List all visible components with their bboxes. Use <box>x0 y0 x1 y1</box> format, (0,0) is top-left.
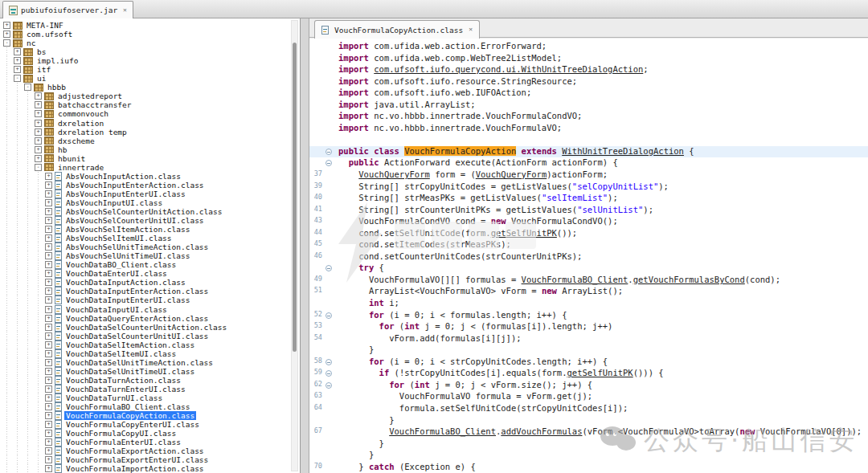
tree-item[interactable]: +VouchFormulaCopyUI.class <box>0 429 300 438</box>
expand-icon[interactable]: + <box>45 181 52 189</box>
tree-item[interactable]: +VouchDataBO_Client.class <box>0 260 300 269</box>
expand-icon[interactable]: + <box>45 270 52 277</box>
tree-item[interactable]: +adjustedreport <box>0 92 300 100</box>
collapse-icon[interactable]: - <box>35 164 42 171</box>
tree-item[interactable]: +VouchFormulaCopyEnterUI.class <box>0 420 300 429</box>
code-line[interactable]: public class VouchFormulaCopyAction exte… <box>309 146 868 158</box>
collapse-fold-icon[interactable] <box>326 359 332 365</box>
tree-item[interactable]: +AbsVouchSelItemUI.class <box>0 234 300 243</box>
code-line[interactable]: 64 formula.setSelfUnitCode(strCopyUnitCo… <box>309 403 868 415</box>
expand-icon[interactable]: + <box>45 359 52 366</box>
tree-item[interactable]: +hbunit <box>0 154 300 163</box>
tree-item[interactable]: +VouchFormulaExportAction.class <box>0 446 300 455</box>
collapse-icon[interactable]: - <box>14 75 21 82</box>
code-line[interactable]: import com.ufsoft.iufo.web.IUFOAction; <box>309 88 868 100</box>
tree-item[interactable]: +META-INF <box>0 21 300 30</box>
collapse-fold-icon[interactable] <box>326 149 332 155</box>
code-line[interactable]: } <box>309 345 868 357</box>
code-line[interactable]: import com.ufsoft.iufo.querycond.ui.With… <box>309 64 868 76</box>
expand-icon[interactable]: + <box>45 438 52 446</box>
tree-item[interactable]: +AbsVouchSelItemAction.class <box>0 225 300 234</box>
expand-icon[interactable]: + <box>45 403 52 410</box>
tree-item[interactable]: +dxscheme <box>0 137 300 145</box>
tree-item[interactable]: +VouchDataSelCounterUnitAction.class <box>0 323 300 332</box>
expand-icon[interactable]: + <box>35 137 42 145</box>
jar-tab[interactable]: pubiufoiufoserver.jar ✕ <box>2 1 133 18</box>
code-line[interactable]: } <box>309 438 868 451</box>
collapse-fold-icon[interactable] <box>326 265 332 271</box>
expand-icon[interactable]: + <box>45 412 52 419</box>
expand-icon[interactable]: + <box>45 208 52 215</box>
expand-icon[interactable]: + <box>45 324 52 331</box>
tree-item[interactable]: +VouchDataSelItemUI.class <box>0 349 300 358</box>
code-line[interactable]: 62 for (int j = 0; j < vForm.size(); j++… <box>309 380 868 392</box>
source-editor[interactable]: import com.ufida.web.action.ErrorForward… <box>309 39 868 473</box>
code-line[interactable]: 63 VouchFormulaVO formula = vForm.get(j)… <box>309 391 868 403</box>
tree-item[interactable]: +VouchDataEnterUI.class <box>0 269 300 278</box>
expand-icon[interactable]: + <box>3 22 10 29</box>
code-line[interactable]: 49 VouchFormulaVO[][] formulas = VouchFo… <box>309 275 868 287</box>
tree-item[interactable]: +AbsVouchSelUnitTimeAction.class <box>0 243 300 251</box>
code-line[interactable]: 67 VouchFormulaBO_Client.addVouchFormula… <box>309 426 868 438</box>
tree-item[interactable]: +VouchDataSelItemAction.class <box>0 340 300 349</box>
collapse-fold-icon[interactable] <box>326 370 332 377</box>
tree-item[interactable]: +com.ufsoft <box>0 30 300 39</box>
expand-icon[interactable]: + <box>3 31 10 38</box>
tree-item[interactable]: +VouchFormulaCopyAction.class <box>0 411 300 420</box>
tree-item[interactable]: +VouchDataInputEnterAction.class <box>0 287 300 296</box>
expand-icon[interactable]: + <box>45 385 52 393</box>
tree-item[interactable]: +batchacctransfer <box>0 100 300 109</box>
tree-item[interactable]: +AbsVouchSelUnitTimeUI.class <box>0 251 300 260</box>
expand-icon[interactable]: + <box>35 92 42 100</box>
expand-icon[interactable]: + <box>45 234 52 242</box>
code-line[interactable]: 54 vForm.add(formulas[i][j]); <box>309 333 868 345</box>
collapse-icon[interactable]: - <box>3 39 10 47</box>
tree-item[interactable]: +VouchFormulaExportEnterUI.class <box>0 455 300 464</box>
collapse-fold-icon[interactable] <box>326 382 332 389</box>
expand-icon[interactable]: + <box>14 66 21 73</box>
code-line[interactable]: try { <box>309 263 868 275</box>
tree-item[interactable]: +hb <box>0 145 300 154</box>
expand-icon[interactable]: + <box>35 155 42 162</box>
expand-icon[interactable]: + <box>45 173 52 180</box>
code-line[interactable]: int i; <box>309 298 868 310</box>
code-line[interactable]: 43 VouchFormulaCondVO cond = new VouchFo… <box>309 216 868 228</box>
code-line[interactable]: import com.ufsoft.iufo.resource.StringRe… <box>309 76 868 88</box>
tree-item[interactable]: +AbsVouchSelCounterUnitUI.class <box>0 216 300 225</box>
expand-icon[interactable]: + <box>14 57 21 64</box>
expand-icon[interactable]: + <box>45 332 52 340</box>
code-line[interactable]: 59 if (!strCopyUnitCodes[i].equals(form.… <box>309 368 868 380</box>
expand-icon[interactable]: + <box>45 394 52 402</box>
tree-item[interactable]: +VouchDataSelUnitTimeAction.class <box>0 358 300 367</box>
expand-icon[interactable]: + <box>45 421 52 428</box>
expand-icon[interactable]: + <box>45 315 52 322</box>
collapse-fold-icon[interactable] <box>326 312 332 319</box>
expand-icon[interactable]: + <box>45 226 52 233</box>
tree-item[interactable]: +AbsVouchSelCounterUnitAction.class <box>0 207 300 216</box>
tree-scrollbar-track[interactable] <box>291 20 298 471</box>
expand-icon[interactable]: + <box>45 261 52 268</box>
expand-icon[interactable]: + <box>45 447 52 455</box>
tree-item[interactable]: +VouchDataTurnUI.class <box>0 393 300 402</box>
expand-icon[interactable]: + <box>45 296 52 304</box>
tree-item[interactable]: +VouchDataTurnEnterUI.class <box>0 385 300 393</box>
expand-icon[interactable]: + <box>45 456 52 463</box>
tree-item[interactable]: +AbsVouchInputEnterUI.class <box>0 190 300 198</box>
code-line[interactable]: 51 ArrayList<VouchFormulaVO> vForm = new… <box>309 286 868 298</box>
tree-item[interactable]: +VouchDataSelUnitTimeUI.class <box>0 367 300 376</box>
expand-icon[interactable]: + <box>14 48 21 55</box>
code-line[interactable]: import nc.vo.hbbb.innertrade.VouchFormul… <box>309 123 868 135</box>
tree-item[interactable]: -innertrade <box>0 163 300 172</box>
expand-icon[interactable]: + <box>35 110 42 117</box>
code-line[interactable]: 41 String[] strCounterUnitPKs = getListV… <box>309 205 868 217</box>
expand-icon[interactable]: + <box>45 368 52 375</box>
tree-item[interactable]: +dxrelation temp <box>0 128 300 137</box>
expand-icon[interactable]: + <box>35 101 42 108</box>
code-line[interactable]: 44 cond.setSelfUnitCode(form.getSelfUnit… <box>309 228 868 240</box>
editor-tab[interactable]: VouchFormulaCopyAction.class ✕ <box>314 20 480 39</box>
expand-icon[interactable]: + <box>35 120 42 127</box>
expand-icon[interactable]: + <box>45 252 52 259</box>
close-icon[interactable]: ✕ <box>469 27 473 33</box>
tree-item[interactable]: +AbsVouchInputUI.class <box>0 198 300 207</box>
code-line[interactable]: public ActionForward execute(ActionForm … <box>309 157 868 169</box>
